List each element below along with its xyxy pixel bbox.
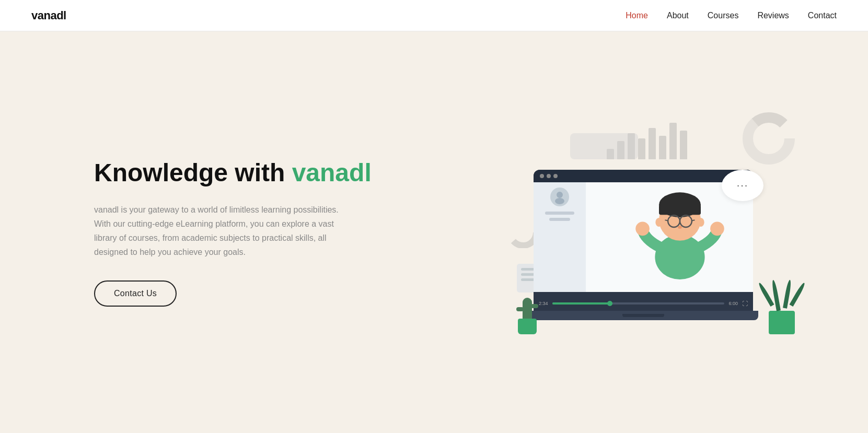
svg-point-4 (555, 198, 564, 204)
laptop-base (528, 311, 758, 320)
svg-point-2 (510, 219, 536, 245)
hero-title-prefix: Knowledge with (94, 159, 292, 186)
panel-line-2 (549, 218, 570, 221)
hero-title-brand: vanadl (292, 159, 372, 186)
cactus-body (523, 298, 532, 319)
laptop-screen: 2:34 6:00 ⛶ (534, 170, 753, 311)
svg-point-14 (697, 217, 704, 226)
cactus-plant (518, 298, 537, 319)
laptop: 2:34 6:00 ⛶ (534, 170, 753, 332)
dot-3 (553, 174, 558, 178)
bg-pie-chart (743, 112, 795, 165)
panel-avatar-icon (552, 190, 567, 204)
cactus-decoration (518, 298, 537, 334)
hero-illustration: ··· (502, 102, 805, 363)
header: vanadl Home About Courses Reviews Contac… (0, 0, 868, 31)
svg-point-16 (710, 221, 724, 236)
dot-1 (540, 174, 544, 178)
panel-line-1 (545, 212, 574, 215)
cactus-pot (518, 319, 537, 334)
leaf-1 (758, 282, 774, 306)
plant-pot (769, 311, 795, 334)
svg-point-5 (655, 235, 704, 279)
bar-6 (659, 136, 666, 159)
bg-rectangle (570, 133, 638, 159)
laptop-main-area (586, 182, 753, 292)
bar-8 (680, 131, 687, 159)
panel-avatar (550, 188, 569, 206)
svg-rect-8 (659, 205, 701, 215)
bar-7 (669, 123, 677, 159)
nav-item-about[interactable]: About (667, 11, 689, 20)
svg-point-15 (635, 221, 650, 236)
hero-content: Knowledge with vanadl vanadl is your gat… (94, 158, 372, 306)
svg-point-12 (678, 226, 682, 229)
plant-decoration (769, 279, 795, 334)
nav-item-reviews[interactable]: Reviews (757, 11, 789, 20)
laptop-notch (622, 314, 664, 317)
laptop-progress-bar: 2:34 6:00 ⛶ (534, 296, 753, 311)
leaf-2 (771, 279, 781, 311)
speech-bubble-dots: ··· (737, 179, 749, 191)
laptop-left-panel (534, 182, 586, 292)
hero-section: Knowledge with vanadl vanadl is your gat… (0, 31, 868, 433)
person-illustration (628, 182, 732, 279)
leaf-4 (790, 282, 806, 306)
fullscreen-icon[interactable]: ⛶ (742, 300, 748, 307)
svg-point-3 (557, 192, 563, 198)
progress-fill (552, 302, 612, 305)
plant-leaves (769, 279, 795, 311)
laptop-content-area (534, 182, 753, 292)
progress-track[interactable] (552, 302, 725, 305)
speech-bubble: ··· (722, 170, 763, 201)
cactus-arm-left (516, 307, 524, 311)
progress-time-total: 6:00 (728, 301, 738, 306)
nav-item-contact[interactable]: Contact (808, 11, 837, 20)
laptop-camera-row (534, 170, 753, 182)
svg-point-13 (655, 217, 662, 226)
nav-item-courses[interactable]: Courses (708, 11, 739, 20)
bar-5 (649, 128, 656, 159)
nav-item-home[interactable]: Home (626, 11, 648, 20)
main-nav: Home About Courses Reviews Contact (626, 11, 837, 20)
progress-dot (607, 301, 612, 306)
contact-us-button[interactable]: Contact Us (94, 280, 177, 307)
progress-time-current: 2:34 (539, 301, 548, 306)
hero-description: vanadl is your gateway to a world of lim… (94, 203, 355, 260)
hero-title: Knowledge with vanadl (94, 158, 372, 188)
logo: vanadl (31, 9, 66, 22)
bar-4 (638, 138, 645, 159)
cactus-arm-right (531, 304, 538, 308)
dot-2 (547, 174, 551, 178)
